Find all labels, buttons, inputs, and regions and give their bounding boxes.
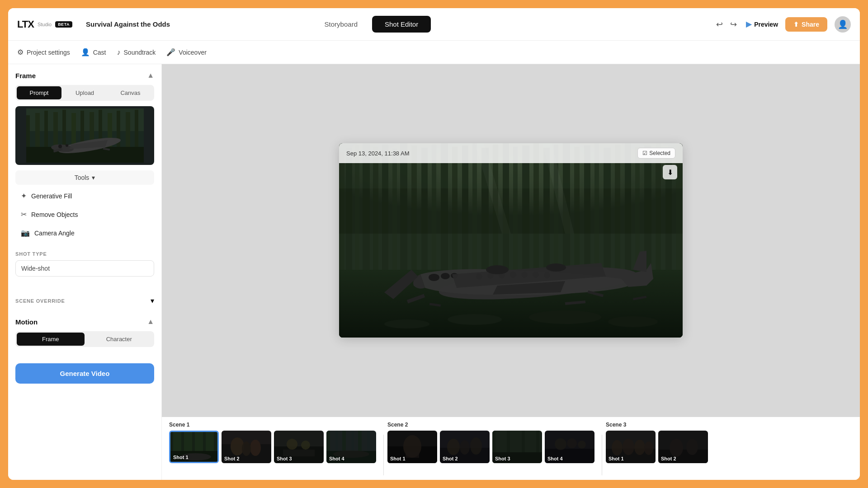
scene1-shot1-thumb[interactable]: Shot 1 [169,431,219,463]
download-button[interactable]: ⬇ [663,165,677,179]
scene-1-shots: Shot 1 Shot 2 [169,431,376,463]
scene-3-label: Scene 3 [606,422,708,428]
scene2-shot2-label: Shot 2 [443,456,458,461]
scene2-shot4-label: Shot 4 [547,456,563,461]
share-button[interactable]: ⬆ Share [785,17,827,32]
left-panel: Frame ▲ Prompt Upload Canvas [8,64,162,480]
svg-point-78 [486,265,509,274]
remove-objects-label: Remove Objects [31,211,78,218]
voiceover-nav[interactable]: 🎤 Voiceover [166,46,206,58]
soundtrack-label: Soundtrack [124,49,156,56]
project-settings-nav[interactable]: ⚙ Project settings [17,46,70,58]
motion-section: Motion ▲ Frame Character [15,318,154,347]
motion-collapse-icon[interactable]: ▲ [147,318,154,326]
scene-override-header[interactable]: SCENE OVERRIDE ▾ [15,293,154,309]
shot-image [339,143,683,338]
timeline-strip: Scene 1 [162,417,860,480]
scene3-shot2-label: Shot 2 [661,456,676,461]
generate-video-button[interactable]: Generate Video [15,363,154,384]
scene2-shot1-label: Shot 1 [390,456,406,461]
generative-fill-label: Generative Fill [31,192,72,200]
scene1-shot2-thumb[interactable]: Shot 2 [222,431,271,463]
shot-type-input[interactable] [15,260,154,277]
svg-point-85 [448,314,502,325]
scene3-shot2-thumb[interactable]: Shot 2 [658,431,708,463]
project-settings-label: Project settings [27,49,70,56]
shot-timestamp: Sep 13, 2024, 11:38 AM ☑ Selected [339,143,683,163]
voiceover-label: Voiceover [179,49,206,56]
generative-fill-icon: ✦ [21,192,27,200]
motion-section-header: Motion ▲ [15,318,154,326]
remove-objects-tool[interactable]: ✂ Remove Objects [15,205,154,224]
scene-override-chevron-icon: ▾ [151,296,154,305]
divider-2 [602,435,602,475]
svg-point-146 [578,441,586,449]
shot-editor-tab[interactable]: Shot Editor [372,16,431,33]
svg-point-132 [460,440,470,455]
svg-point-144 [555,438,566,450]
play-icon: ▶ [746,20,751,28]
scene2-shot3-thumb[interactable]: Shot 3 [492,431,542,463]
svg-rect-61 [339,234,683,270]
cast-nav[interactable]: 👤 Cast [81,46,106,58]
svg-rect-127 [406,452,419,458]
frame-preview-svg [26,108,144,163]
scene2-shot4-thumb[interactable]: Shot 4 [545,431,594,463]
soundtrack-nav[interactable]: ♪ Soundtrack [117,47,156,58]
scene1-shot2-label: Shot 2 [224,456,240,461]
shot-frame: Sep 13, 2024, 11:38 AM ☑ Selected ⬇ [339,143,683,338]
svg-point-150 [623,439,634,455]
redo-button[interactable]: ↪ [728,18,739,31]
svg-point-63 [429,274,439,281]
scene1-shot3-label: Shot 3 [277,456,292,461]
storyboard-tab[interactable]: Storyboard [312,16,370,33]
share-label: Share [802,21,819,28]
scene2-shot1-thumb[interactable]: Shot 1 [387,431,437,463]
timestamp-text: Sep 13, 2024, 11:38 AM [346,150,410,157]
scene1-shot3-thumb[interactable]: Shot 3 [274,431,324,463]
frame-collapse-icon[interactable]: ▲ [147,71,154,80]
logo-studio: Studio [38,22,52,27]
svg-point-152 [644,441,653,455]
svg-point-145 [567,438,577,448]
upload-tab[interactable]: Upload [62,86,107,99]
camera-angle-tool[interactable]: 📷 Camera Angle [15,224,154,242]
scene1-shot1-label: Shot 1 [173,455,189,460]
tools-header[interactable]: Tools ▾ [15,170,154,185]
frame-title: Frame [15,72,36,80]
nav-tabs: Storyboard Shot Editor [312,16,431,33]
scene3-shot1-thumb[interactable]: Shot 1 [606,431,656,463]
logo-ltx: LTX [17,19,34,30]
settings-icon: ⚙ [17,48,24,56]
undo-redo: ↩ ↪ [714,18,739,31]
secondary-nav: ⚙ Project settings 👤 Cast ♪ Soundtrack 🎤… [8,41,860,64]
scene-2-label: Scene 2 [387,422,594,428]
top-bar-right: ↩ ↪ ▶ Preview ⬆ Share 👤 [714,16,851,33]
svg-point-86 [529,310,601,324]
selected-icon: ☑ [642,150,647,156]
cast-label: Cast [93,49,106,56]
project-title: Survival Against the Odds [86,20,170,28]
generative-fill-tool[interactable]: ✦ Generative Fill [15,187,154,205]
divider-1 [383,435,384,475]
svg-point-22 [66,144,68,147]
camera-angle-icon: 📷 [21,229,30,237]
canvas-tab[interactable]: Canvas [108,86,153,99]
logo-area: LTX Studio BETA [17,19,72,30]
tools-chevron-icon: ▾ [92,174,95,181]
motion-frame-tab[interactable]: Frame [17,333,85,346]
main-content: Frame ▲ Prompt Upload Canvas [8,64,860,480]
scene-2-shots: Shot 1 Shot 2 [387,431,594,463]
svg-point-149 [612,440,623,455]
svg-point-87 [384,319,429,328]
svg-point-112 [287,439,297,450]
motion-character-tab[interactable]: Character [85,333,153,346]
prompt-tab[interactable]: Prompt [17,86,61,99]
undo-button[interactable]: ↩ [714,18,725,31]
scene3-shot1-label: Shot 1 [609,456,624,461]
preview-button[interactable]: ▶ Preview [746,20,778,28]
scene-3-group: Scene 3 Shot 1 [606,422,708,463]
tools-container: Tools ▾ ✦ Generative Fill ✂ Remove Objec… [15,170,154,242]
scene1-shot4-thumb[interactable]: Shot 4 [326,431,376,463]
scene2-shot2-thumb[interactable]: Shot 2 [440,431,490,463]
